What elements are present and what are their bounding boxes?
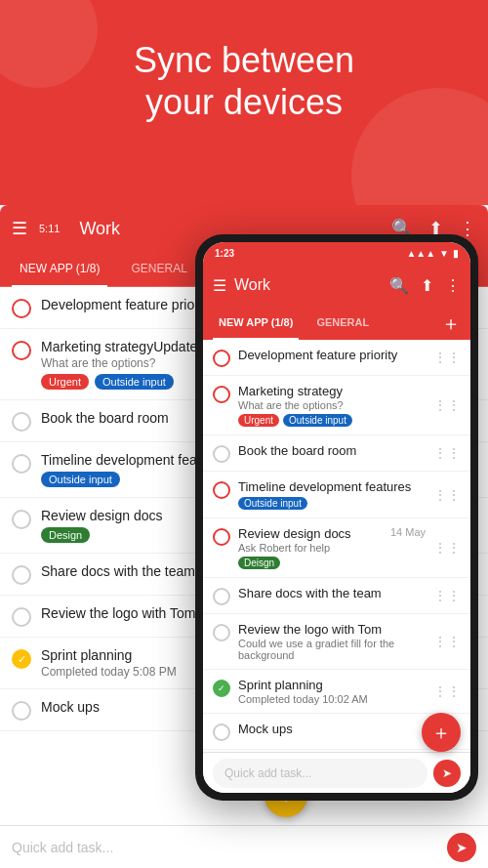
phone-drag-1[interactable]: ⋮⋮ [433,350,461,365]
phone-item-title-1: Development feature priority [238,348,426,362]
phone-item-content-5: Review design docs 14 May Ask Robert for… [238,526,426,569]
phone-send-button[interactable]: ➤ [433,760,461,787]
phone-item-date-5: 14 May [390,526,426,538]
phone-action-icons: 🔍 ⬆ ⋮ [389,276,461,295]
phone-tabs: NEW APP (1/8) GENERAL ＋ [203,307,470,340]
phone-item-content-1: Development feature priority [238,348,426,362]
phone-item-meta-5: Review design docs 14 May [238,526,426,541]
phone-drag-6[interactable]: ⋮⋮ [433,588,461,603]
phone-fab-button[interactable]: ＋ [422,713,461,752]
phone-list-item-2: Marketing strategy What are the options?… [203,376,470,435]
tablet-tab-general[interactable]: GENERAL [123,252,194,287]
phone-item-subtitle-5: Ask Robert for help [238,542,426,554]
tablet-send-button[interactable]: ➤ [447,833,476,862]
phone-topbar: ☰ Work 🔍 ⬆ ⋮ [203,264,470,307]
phone-circle-9[interactable] [213,723,230,741]
phone-list-item-6: Share docs with the team ⋮⋮ [203,578,470,614]
phone-item-content-3: Book the board room [238,443,426,458]
phone-tab-general[interactable]: GENERAL [310,307,375,340]
phone-status-bar: 1:23 ▲▲▲ ▼ ▮ [203,242,470,264]
phone-item-title-8: Sprint planning [238,678,426,692]
phone-battery-icon: ▮ [453,248,459,259]
phone-more-icon[interactable]: ⋮ [445,276,461,295]
tablet-tag-outside-4: Outside input [41,472,120,487]
phone-list-item-8: ✓ Sprint planning Completed today 10:02 … [203,670,470,714]
phone-drag-4[interactable]: ⋮⋮ [433,487,461,503]
phone-drag-7[interactable]: ⋮⋮ [433,634,461,649]
phone-share-icon[interactable]: ⬆ [421,276,433,295]
phone-drag-5[interactable]: ⋮⋮ [433,540,461,556]
phone-item-subtitle-2: What are the options? [238,399,426,411]
phone-tab-add-icon[interactable]: ＋ [441,310,461,337]
phone-menu-icon[interactable]: ☰ [213,276,226,295]
phone-circle-5[interactable] [213,528,230,546]
phone-signal-icon: ▲▲▲ [406,248,435,259]
phone-quick-add: Quick add task... ➤ [203,752,470,793]
phone-list-item-3: Book the board room ⋮⋮ [203,435,470,472]
phone-item-title-6: Share docs with the team [238,586,426,600]
phone-screen: 1:23 ▲▲▲ ▼ ▮ ☰ Work 🔍 ⬆ ⋮ NEW APP ( [203,242,470,793]
tablet-tag-urgent: Urgent [41,374,89,390]
phone-circle-1[interactable] [213,350,230,367]
phone-item-content-8: Sprint planning Completed today 10:02 AM [238,678,426,705]
phone-wifi-icon: ▼ [439,248,449,259]
phone-item-content-2: Marketing strategy What are the options?… [238,384,426,427]
phone-search-icon[interactable]: 🔍 [389,276,409,295]
tablet-item-circle-1[interactable] [12,299,31,318]
tablet-menu-icon[interactable]: ☰ [12,218,27,239]
phone-device: 1:23 ▲▲▲ ▼ ▮ ☰ Work 🔍 ⬆ ⋮ NEW APP ( [195,234,478,801]
phone-item-tags-2: Urgent Outside input [238,414,426,427]
phone-circle-2[interactable] [213,386,230,403]
phone-item-title-4: Timeline development features [238,479,426,494]
phone-item-subtitle-8: Completed today 10:02 AM [238,693,426,705]
phone-list-item-7: Review the logo with Tom Could we use a … [203,614,470,670]
phone-circle-7[interactable] [213,624,230,641]
phone-drag-2[interactable]: ⋮⋮ [433,397,461,413]
phone-circle-4[interactable] [213,481,230,499]
phone-list: Development feature priority ⋮⋮ Marketin… [203,340,470,752]
phone-status-icons: ▲▲▲ ▼ ▮ [406,248,459,259]
phone-item-subtitle-7: Could we use a gradiet fill for the back… [238,638,426,661]
phone-tag-urgent-2: Urgent [238,414,279,427]
tablet-item-circle-5[interactable] [12,510,31,529]
tablet-tag-outside: Outside input [95,374,174,390]
phone-item-tags-4: Outside input [238,497,426,510]
phone-circle-8[interactable]: ✓ [213,680,230,697]
phone-quick-add-input[interactable]: Quick add task... [213,759,427,788]
tablet-item-circle-2[interactable] [12,341,31,360]
tablet-item-circle-8[interactable]: ✓ [12,649,31,669]
phone-circle-6[interactable] [213,588,230,605]
phone-status-time: 1:23 [215,248,406,259]
phone-item-tags-5: Deisgn [238,557,426,569]
phone-item-content-4: Timeline development features Outside in… [238,479,426,510]
phone-tag-outside-4: Outside input [238,497,307,510]
phone-item-content-7: Review the logo with Tom Could we use a … [238,622,426,661]
phone-list-item-1: Development feature priority ⋮⋮ [203,340,470,376]
tablet-quick-add: Quick add task... ➤ [0,825,488,868]
tablet-tag-design-5: Design [41,527,90,543]
phone-tag-outside-2: Outside input [283,414,352,427]
phone-app-title: Work [234,276,382,294]
tablet-item-circle-7[interactable] [12,607,31,627]
tablet-status-time: 5:11 [39,223,60,234]
device-area: ☰ 5:11 Work 🔍 ⬆ ⋮ NEW APP (1/8) GENERAL … [0,205,488,868]
hero-title: Sync between your devices [20,39,468,123]
tablet-quick-add-input[interactable]: Quick add task... [12,840,439,855]
tablet-item-circle-6[interactable] [12,565,31,585]
phone-tab-newapp[interactable]: NEW APP (1/8) [213,307,299,340]
phone-tag-design-5: Deisgn [238,557,280,569]
tablet-item-circle-3[interactable] [12,412,31,432]
tablet-item-circle-9[interactable] [12,701,31,721]
phone-item-title-5: Review design docs [238,526,351,541]
phone-item-title-2: Marketing strategy [238,384,426,398]
phone-list-item-5: Review design docs 14 May Ask Robert for… [203,518,470,578]
phone-circle-3[interactable] [213,445,230,463]
tablet-item-circle-4[interactable] [12,454,31,474]
phone-drag-8[interactable]: ⋮⋮ [433,683,461,699]
hero-section: Sync between your devices [0,0,488,205]
phone-drag-3[interactable]: ⋮⋮ [433,445,461,461]
phone-list-item-4: Timeline development features Outside in… [203,472,470,518]
phone-item-title-3: Book the board room [238,443,426,458]
tablet-tab-newapp[interactable]: NEW APP (1/8) [12,252,107,287]
phone-item-content-9: Mock ups [238,722,426,736]
